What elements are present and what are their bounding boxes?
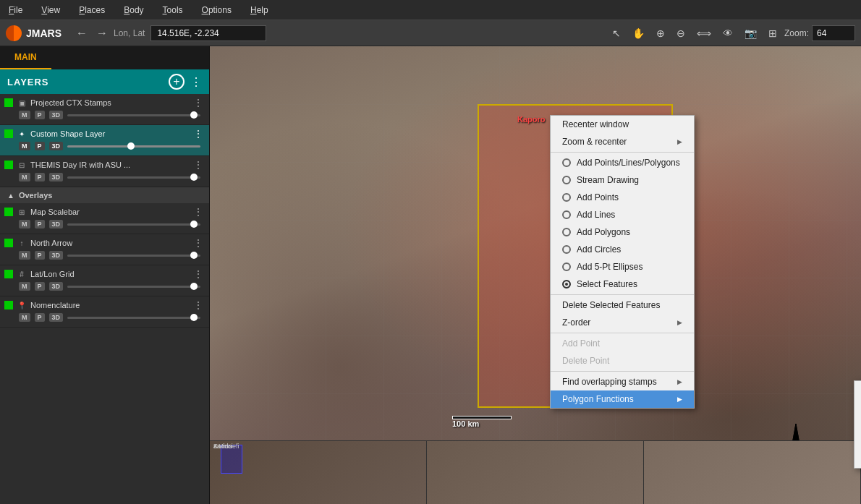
app-logo: JMARS xyxy=(6,25,62,41)
overlay-options-latlon[interactable]: ⋮ xyxy=(192,268,205,280)
sub-merge: Merge Polygons Together xyxy=(854,416,861,433)
slider-thumb-themis xyxy=(190,174,198,181)
mini-map-1[interactable]: a Vinci xyxy=(210,441,427,504)
ctx-find-overlapping[interactable]: Find overlapping stamps xyxy=(551,373,694,390)
menu-places[interactable]: Places xyxy=(76,4,108,17)
badge-p-scale: P xyxy=(35,220,45,228)
sidebar: MAIN LAYERS + ⋮ ▣ Projected CTX Stamps ⋮… xyxy=(0,46,210,504)
slider-thumb-latlon xyxy=(190,283,198,290)
overlays-toggle[interactable]: ▲ xyxy=(7,192,14,200)
opacity-slider-ctx[interactable] xyxy=(67,114,200,116)
eye-button[interactable]: 👁 xyxy=(718,25,737,41)
menu-file[interactable]: File xyxy=(6,4,25,17)
ctx-add-polygons[interactable]: Add Polygons xyxy=(551,223,694,241)
zoom-input[interactable] xyxy=(812,25,855,41)
layers-menu-button[interactable]: ⋮ xyxy=(190,75,202,89)
opacity-slider-scalebar[interactable] xyxy=(67,223,200,226)
menu-body[interactable]: Body xyxy=(121,4,146,17)
ctx-add-lines[interactable]: Add Lines xyxy=(551,206,694,223)
zoom-label: Zoom: xyxy=(784,28,809,38)
ctx-add-points[interactable]: Add Points xyxy=(551,189,694,206)
overlay-options-nomenclature[interactable]: ⋮ xyxy=(192,299,205,311)
layer-icon-custom-shape: ✦ xyxy=(16,128,27,140)
radio-stream-drawing xyxy=(562,176,571,184)
opacity-slider-custom[interactable] xyxy=(67,145,200,148)
sub-subtract: Subtract Polygons xyxy=(854,398,861,416)
slider-thumb-northarrow xyxy=(190,252,198,259)
layer-options-custom-shape[interactable]: ⋮ xyxy=(192,128,205,140)
ctx-add-points-lines[interactable]: Add Points/Lines/Polygons xyxy=(551,154,694,171)
overlay-options-northarrow[interactable]: ⋮ xyxy=(192,237,205,249)
menu-view[interactable]: View xyxy=(38,4,63,17)
layer-icon-ctx: ▣ xyxy=(16,97,27,108)
mini-map-3[interactable]: Ja nssefi xyxy=(644,441,861,504)
coord-label: Lon, Lat xyxy=(114,28,145,38)
ctx-polygon-functions[interactable]: Polygon Functions xyxy=(551,390,694,408)
slider-thumb-custom xyxy=(127,142,135,150)
cursor-tool-button[interactable]: ↖ xyxy=(608,25,625,41)
ctx-add-circles[interactable]: Add Circles xyxy=(551,241,694,258)
ctx-delete-selected[interactable]: Delete Selected Features xyxy=(551,296,694,314)
overlay-item-nomenclature: 📍 Nomenclature ⋮ M P 3D xyxy=(0,296,209,328)
ruler-button[interactable]: ⟺ xyxy=(692,25,716,41)
hand-tool-button[interactable]: ✋ xyxy=(628,25,649,41)
overlay-controls-nomenclature: M P 3D xyxy=(4,311,205,324)
radio-add-points-lines xyxy=(562,158,571,167)
layer-color-themis xyxy=(4,161,13,169)
camera-button[interactable]: 📷 xyxy=(740,25,761,41)
menu-bar: File View Places Body Tools Options Help xyxy=(0,0,861,20)
menu-help[interactable]: Help xyxy=(247,4,271,17)
overlay-icon-scalebar: ⊞ xyxy=(16,206,27,218)
layer-options-ctx[interactable]: ⋮ xyxy=(192,97,205,108)
layer-name-custom-shape: Custom Shape Layer xyxy=(30,129,189,138)
nav-back-button[interactable]: ← xyxy=(73,25,90,41)
mini-map-2[interactable]: Kotido xyxy=(427,441,644,504)
menu-tools[interactable]: Tools xyxy=(160,4,186,17)
sidebar-tabs: MAIN xyxy=(0,46,209,69)
add-layer-button[interactable]: + xyxy=(169,74,184,90)
badge-p-nom: P xyxy=(35,313,45,322)
slider-thumb-scalebar xyxy=(190,221,198,228)
ctx-add-5pt[interactable]: Add 5-Pt Ellipses xyxy=(551,258,694,276)
ctx-sep-1 xyxy=(551,152,694,153)
sub-duplicate[interactable]: Duplicate Polygons xyxy=(854,433,861,450)
scale-label: 100 km xyxy=(452,419,512,428)
main-layout: MAIN LAYERS + ⋮ ▣ Projected CTX Stamps ⋮… xyxy=(0,46,861,504)
radio-add-circles xyxy=(562,245,571,254)
ctx-sep-4 xyxy=(551,371,694,372)
layer-options-themis[interactable]: ⋮ xyxy=(192,159,205,171)
overlay-name-scalebar: Map Scalebar xyxy=(30,208,189,216)
overlay-options-scalebar[interactable]: ⋮ xyxy=(192,206,205,218)
nav-forward-button[interactable]: → xyxy=(93,25,111,41)
overlay-name-nomenclature: Nomenclature xyxy=(30,301,189,309)
badge-m-themis: M xyxy=(19,173,30,181)
ctx-zoom-recenter[interactable]: Zoom & recenter xyxy=(551,133,694,150)
map-area[interactable]: Kaporo Schiaparelli 100 km N Recenter wi… xyxy=(210,46,861,504)
app-name: JMARS xyxy=(26,27,62,39)
overlay-name-latlon: Lat/Lon Grid xyxy=(30,270,189,278)
zoom-out-button[interactable]: ⊖ xyxy=(672,25,690,41)
coord-input[interactable] xyxy=(150,25,266,41)
sub-export-pixel[interactable]: Export Pixel Data for Polygon... xyxy=(854,450,861,468)
overlay-controls-northarrow: M P 3D xyxy=(4,249,205,262)
ctx-z-order[interactable]: Z-order xyxy=(551,314,694,331)
badge-3d-nom: 3D xyxy=(49,313,64,322)
opacity-slider-northarrow[interactable] xyxy=(67,255,200,257)
grid-button[interactable]: ⊞ xyxy=(764,25,781,41)
ctx-recenter[interactable]: Recenter window xyxy=(551,116,694,133)
tab-main[interactable]: MAIN xyxy=(0,46,51,69)
badge-3d-themis: 3D xyxy=(49,173,64,181)
ctx-stream-drawing[interactable]: Stream Drawing xyxy=(551,171,694,189)
overlays-section[interactable]: ▲ Overlays xyxy=(0,187,209,203)
opacity-slider-themis[interactable] xyxy=(67,176,200,179)
jmars-icon xyxy=(6,25,22,41)
overlay-row-northarrow: ↑ North Arrow ⋮ xyxy=(4,237,205,249)
badge-3d-latlon: 3D xyxy=(49,282,64,291)
menu-options[interactable]: Options xyxy=(199,4,234,17)
opacity-slider-nomenclature[interactable] xyxy=(67,317,200,319)
ctx-select-features[interactable]: Select Features xyxy=(551,276,694,293)
zoom-in-button[interactable]: ⊕ xyxy=(652,25,669,41)
layer-color-ctx xyxy=(4,98,13,107)
badge-p-north: P xyxy=(35,251,45,260)
opacity-slider-latlon[interactable] xyxy=(67,286,200,288)
